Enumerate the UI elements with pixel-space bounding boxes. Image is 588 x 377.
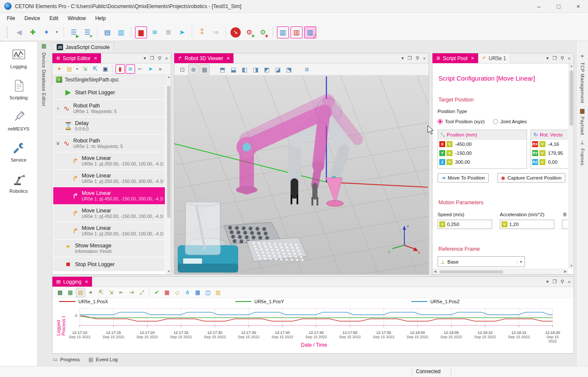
- run-selected-icon[interactable]: ➤: [146, 64, 155, 74]
- value-type-button[interactable]: V: [539, 150, 545, 156]
- skip-back-icon[interactable]: ⇤: [136, 64, 145, 74]
- export-plot-icon[interactable]: ▦: [55, 288, 65, 297]
- dock-menu-icon[interactable]: ▾: [546, 55, 549, 61]
- rotation-value-input[interactable]: -4,16: [547, 142, 568, 147]
- run-script-icon[interactable]: ☰ ➤: [81, 26, 93, 38]
- position-value-input[interactable]: -450,00: [454, 142, 525, 147]
- script-step-row[interactable]: ▶ Start Plot Logger: [53, 85, 165, 99]
- dock-pin-icon[interactable]: ⚲: [158, 55, 161, 61]
- split-view-icon[interactable]: ⋔: [183, 288, 192, 297]
- favorites-caret-icon[interactable]: ▾: [54, 26, 60, 38]
- save-script-icon[interactable]: ▣: [101, 64, 110, 74]
- script-step-row[interactable]: ■ Stop Plot Logger: [53, 257, 165, 271]
- script-editor-scrollbar[interactable]: ▲ ▼: [166, 75, 171, 274]
- show-cube-icon[interactable]: ⧈: [302, 64, 312, 75]
- menu-item[interactable]: Window: [63, 14, 90, 23]
- value-type-button[interactable]: V: [539, 141, 545, 147]
- script-step-row[interactable]: ↱ Move Linear UR5e 1: p[-250.00, -150.00…: [53, 152, 165, 169]
- sidebar-item-service[interactable]: Service: [0, 135, 37, 166]
- sidebar-item-robotics[interactable]: Robotics: [0, 166, 37, 197]
- tab-robot-3d-viewer[interactable]: ↱ Robot 3D Viewer ×: [174, 53, 233, 63]
- orbit-mode-icon[interactable]: ⊕: [188, 64, 199, 75]
- acceleration-input[interactable]: V 1,20: [500, 220, 554, 229]
- rotation-value-input[interactable]: 0,00: [547, 160, 568, 165]
- reference-frame-dropdown[interactable]: ⊥ Base ▾: [438, 256, 525, 267]
- simulation-toggle-icon[interactable]: ▥ ╱: [304, 26, 316, 38]
- dock-close-icon[interactable]: ×: [165, 56, 168, 61]
- view-back-icon[interactable]: ⬓: [228, 64, 239, 75]
- dock-float-icon[interactable]: ❐: [408, 55, 412, 61]
- autoscale-icon[interactable]: ⤢: [137, 288, 147, 297]
- dock-float-icon[interactable]: ❐: [553, 55, 557, 61]
- maximize-button[interactable]: □: [549, 0, 568, 13]
- dock-pin-icon[interactable]: ⚲: [561, 55, 564, 61]
- export-data-icon[interactable]: ▦: [66, 288, 75, 297]
- dock-menu-icon[interactable]: ▾: [144, 55, 146, 61]
- menu-item[interactable]: Help: [91, 14, 110, 23]
- dock-close-icon[interactable]: ×: [568, 279, 571, 284]
- pause-plot-icon[interactable]: ≣: [162, 26, 174, 38]
- frame-select-icon[interactable]: ⊡: [177, 64, 187, 75]
- frames-tab[interactable]: ⟂ Frames: [580, 139, 585, 165]
- open-script-icon[interactable]: ▨: [65, 64, 74, 74]
- sidebar-item-scripting[interactable]: Scripting: [0, 73, 37, 104]
- add-dosing-unit-icon[interactable]: ⚙ ✚: [243, 26, 255, 38]
- title-bar[interactable]: CETONI Elements Pro - C:\Users\Public\Do…: [0, 0, 588, 13]
- script-step-row[interactable]: ↱ Move Linear UR5e 1: p[-250.00, -150.00…: [53, 222, 165, 239]
- script-file-header[interactable]: ≡ TestSingleStepPath.qsc: [52, 75, 166, 85]
- payload-tab[interactable]: ▆ Payload: [580, 107, 585, 135]
- overflow-icon[interactable]: »: [156, 64, 165, 74]
- view-right-icon[interactable]: ◨: [251, 64, 261, 75]
- device-database-editor-tab[interactable]: ▦ Device Database Editor: [38, 43, 49, 171]
- view-top-icon[interactable]: ◩: [262, 64, 272, 75]
- expander-icon[interactable]: ›: [55, 105, 61, 111]
- close-button[interactable]: ×: [568, 0, 588, 13]
- script-pool-horizontal-scrollbar[interactable]: ◀ ▶: [432, 269, 568, 274]
- tab-close-icon[interactable]: ×: [94, 55, 98, 61]
- add-channel-icon[interactable]: ▦: [193, 288, 202, 297]
- grid-toggle-icon[interactable]: ▦: [199, 64, 210, 75]
- sidebar-item-nemesys[interactable]: neMESYS: [0, 104, 37, 135]
- range-x-icon[interactable]: ⇤: [117, 288, 126, 297]
- live-view-icon[interactable]: ≋: [126, 64, 135, 74]
- robot-3d-scene[interactable]: z x y: [174, 75, 429, 274]
- menu-item[interactable]: File: [3, 14, 19, 23]
- view-front-icon[interactable]: ⬒: [217, 64, 228, 75]
- script-pool-vertical-scrollbar[interactable]: ▲ ▼: [568, 64, 574, 269]
- dock-pin-icon[interactable]: ⚲: [416, 55, 419, 61]
- value-type-button[interactable]: V: [447, 150, 453, 156]
- script-step-row[interactable]: › ∿ Robot Path UR5e 1: Waypoints: 5: [53, 100, 165, 117]
- valve-view-icon[interactable]: ▥: [291, 26, 303, 38]
- zoom-y-icon[interactable]: ⇲: [107, 288, 116, 297]
- start-script-icon[interactable]: ☰ ▶: [68, 26, 80, 38]
- sidebar-item-logging[interactable]: Logging: [0, 42, 37, 73]
- open-caret-icon[interactable]: ▾: [75, 64, 80, 74]
- position-value-input[interactable]: 300,00: [454, 160, 525, 165]
- tab-script-editor[interactable]: ≣ Script Editor ×: [52, 53, 101, 63]
- plot-canvas[interactable]: [69, 306, 559, 330]
- remove-channel-icon[interactable]: ▦: [162, 288, 172, 297]
- single-step-icon[interactable]: ⁑: [196, 26, 208, 38]
- tcp-management-tab[interactable]: ⌖ TCP Management: [580, 53, 585, 103]
- radio-tool-position[interactable]: Tool Position (xyz): [438, 119, 484, 124]
- position-value-input[interactable]: -150,00: [454, 151, 525, 156]
- record-script-icon[interactable]: ▮: [115, 64, 125, 74]
- add-step-icon[interactable]: ✦: [55, 64, 64, 74]
- record-process-icon[interactable]: ▆: [135, 26, 147, 38]
- apply-icon[interactable]: ✔: [152, 288, 161, 297]
- blend-input-clipped[interactable]: [562, 220, 568, 229]
- dock-close-icon[interactable]: ×: [423, 56, 426, 61]
- live-plot-icon[interactable]: ≋: [149, 26, 161, 38]
- tab-logging[interactable]: ▤ Logging ×: [52, 277, 92, 287]
- logging-plot[interactable]: 0: [69, 306, 559, 330]
- add-device-icon[interactable]: ✚: [27, 26, 39, 38]
- value-type-button[interactable]: V: [539, 159, 545, 165]
- view-left-icon[interactable]: ◧: [239, 64, 250, 75]
- dock-pin-icon[interactable]: ⚲: [561, 279, 564, 284]
- dock-menu-icon[interactable]: ▾: [546, 279, 549, 284]
- value-type-button[interactable]: V: [439, 221, 445, 227]
- javascript-console-tab[interactable]: JS JavaScript Console: [52, 42, 114, 52]
- move-to-position-button[interactable]: ➔ Move To Position: [438, 173, 489, 183]
- value-type-button[interactable]: V: [502, 221, 507, 227]
- dosing-view-icon[interactable]: ▥: [277, 26, 289, 38]
